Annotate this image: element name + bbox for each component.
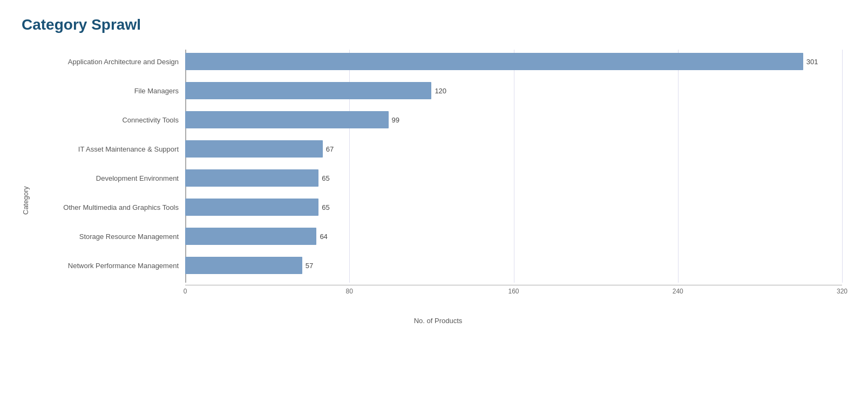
bar-fill [185, 53, 803, 70]
bar-value-label: 64 [320, 233, 327, 241]
bar-row: Application Architecture and Design301 [34, 50, 842, 73]
grid-line [842, 50, 843, 283]
bar-row: Development Environment65 [34, 166, 842, 190]
bar-value-label: 57 [306, 262, 313, 270]
chart-area: Application Architecture and Design301Fi… [34, 50, 842, 325]
chart-container: Category Application Architecture and De… [22, 50, 842, 325]
bar-row: Connectivity Tools99 [34, 108, 842, 132]
x-axis-tick: 0 [184, 288, 187, 295]
bar-track: 99 [185, 108, 842, 132]
bar-track: 67 [185, 137, 842, 161]
bar-row: Network Performance Management57 [34, 254, 842, 277]
bar-track: 65 [185, 166, 842, 190]
bar-label: Application Architecture and Design [34, 58, 185, 66]
bar-row: IT Asset Maintenance & Support67 [34, 137, 842, 161]
bar-fill [185, 140, 323, 158]
bar-value-label: 65 [322, 203, 329, 211]
bar-value-label: 120 [435, 87, 446, 95]
bar-track: 65 [185, 195, 842, 219]
bars-container: Application Architecture and Design301Fi… [34, 50, 842, 277]
bar-label: Connectivity Tools [34, 116, 185, 124]
bar-row: Other Multimedia and Graphics Tools65 [34, 195, 842, 219]
bar-track: 57 [185, 254, 842, 277]
bar-row: Storage Resource Management64 [34, 224, 842, 248]
bar-row: File Managers120 [34, 79, 842, 102]
bar-track: 301 [185, 50, 842, 73]
chart-title: Category Sprawl [22, 16, 846, 33]
bar-track: 120 [185, 79, 842, 102]
x-axis-tick: 160 [508, 288, 519, 295]
bar-fill [185, 82, 431, 99]
bar-track: 64 [185, 224, 842, 248]
bar-fill [185, 228, 316, 245]
bar-value-label: 99 [392, 116, 399, 124]
bars-wrapper: Application Architecture and Design301Fi… [34, 50, 842, 283]
bar-value-label: 65 [322, 174, 329, 182]
bar-label: Network Performance Management [34, 262, 185, 270]
bar-label: Storage Resource Management [34, 233, 185, 241]
bar-label: IT Asset Maintenance & Support [34, 145, 185, 153]
bar-value-label: 301 [806, 58, 818, 66]
bar-fill [185, 257, 302, 274]
x-axis-tick: 240 [673, 288, 683, 295]
bar-label: Other Multimedia and Graphics Tools [34, 203, 185, 211]
x-axis-tick: 320 [837, 288, 847, 295]
bar-fill [185, 169, 318, 187]
x-ticks-container: 080160240320 [185, 285, 842, 302]
x-axis-tick: 80 [346, 288, 353, 295]
bar-fill [185, 111, 389, 128]
bar-fill [185, 199, 318, 216]
bar-value-label: 67 [326, 145, 334, 153]
x-axis-area: 080160240320 [185, 285, 842, 302]
bar-label: Development Environment [34, 174, 185, 182]
x-axis-label: No. of Products [34, 317, 842, 325]
bar-label: File Managers [34, 87, 185, 95]
y-axis-label: Category [22, 50, 30, 325]
